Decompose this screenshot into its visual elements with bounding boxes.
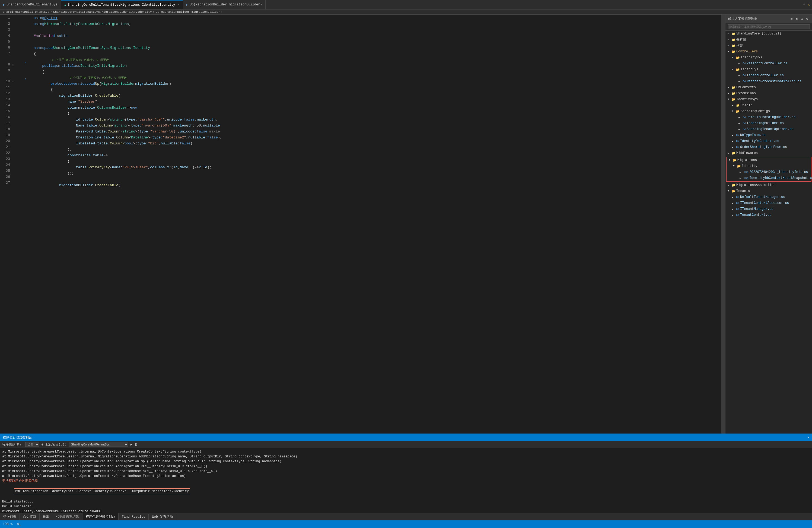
tree-label: IdentityDbContext.cs xyxy=(740,139,779,143)
tree-label: IdentitySys xyxy=(736,98,758,101)
tree-controllers[interactable]: ▼ 📂 Controllers xyxy=(725,48,812,55)
solution-explorer: 解决方案资源管理器 ⇄ ↻ ⊟ ⚙ ▶ 📁 ShardingCore (6.6.… xyxy=(725,15,812,433)
tree-dbtypeenum[interactable]: ▶ C# DbTypeEnum.cs xyxy=(725,132,812,138)
cs-icon: C# xyxy=(736,134,739,137)
tree-label: TenantContext.cs xyxy=(740,213,771,217)
tree-sharding-core[interactable]: ▶ 📁 ShardingCore (6.6.0.21) xyxy=(725,31,812,37)
panel-close-icon[interactable]: × xyxy=(807,436,809,440)
tree-default-sharding[interactable]: ▶ C# DefaultShardingBuilder.cs xyxy=(725,114,812,120)
tree-label: ITenantManager.cs xyxy=(740,207,773,211)
expand-icon: ▼ xyxy=(732,110,735,113)
cs-icon: C# xyxy=(742,80,746,83)
zoom-icon[interactable]: 🔍 xyxy=(17,523,20,526)
code-lines: using System; using Microsoft.EntityFram… xyxy=(31,15,721,433)
tree-middlewares[interactable]: ▶ 📁 Middlewares xyxy=(725,150,812,156)
code-content: 1 2 3 4 5 6 7 8□ 9 10□ 11 12 13 14 15 16… xyxy=(0,15,725,433)
tree-framework[interactable]: ▶ 📁 框架 xyxy=(725,43,812,48)
tree-migrations[interactable]: ▼ 📂 Migrations xyxy=(727,157,811,163)
solution-search-input[interactable] xyxy=(728,25,810,29)
new-tab-button[interactable]: + xyxy=(803,2,806,7)
expand-icon: ▶ xyxy=(732,196,735,199)
tree-tenants[interactable]: ▼ 📂 Tenants xyxy=(725,188,812,194)
tree-identitysys[interactable]: ▼ 📂 IdentitySys xyxy=(725,96,812,102)
tree-domain[interactable]: ▶ 📁 Domain xyxy=(725,102,812,108)
tree-weather-ctrl[interactable]: ▶ C# WeatherForecastController.cs xyxy=(725,79,812,84)
tree-migrations-assemblies[interactable]: ▶ 📁 MigrationsAssemblies xyxy=(725,182,812,188)
settings-button[interactable]: ⚙ xyxy=(805,16,809,22)
tab-error-list[interactable]: 错误列表 xyxy=(0,513,20,520)
tab-identity[interactable]: ◆ ShardingCoreMultiTenantSys.Migrations.… xyxy=(61,0,183,9)
tree-tenant-ctx[interactable]: ▶ C# TenantContext.cs xyxy=(725,212,812,218)
tree-identity-snapshot[interactable]: ▶ +C# IdentityDbContextModelSnapshot.cs xyxy=(727,175,811,181)
tab-coverage[interactable]: 代码覆盖率结果 xyxy=(53,513,83,520)
run-icon[interactable]: ▶ xyxy=(130,442,132,446)
clear-icon[interactable]: 🗑 xyxy=(134,442,138,446)
folder-open-icon: 📂 xyxy=(732,98,736,101)
tree-itenant-mgr[interactable]: ▶ C# ITenantManager.cs xyxy=(725,206,812,212)
tab-web-publish[interactable]: Web 发布活动 xyxy=(149,513,176,520)
tree-label: IShardingBuilder.cs xyxy=(746,122,784,125)
tree-itenant-accessor[interactable]: ▶ C# ITenantContextAccessor.cs xyxy=(725,200,812,206)
tab-project[interactable]: ▶ ShardingCoreMultiTenantSys xyxy=(0,0,61,9)
pkg-source-select[interactable]: 全部 xyxy=(25,442,39,447)
tree-extensions[interactable]: ▶ 📁 Extensions xyxy=(725,90,812,96)
default-project-select[interactable]: ShardingCoreMultiTenantSys xyxy=(69,442,128,447)
tree-tenant-ctrl[interactable]: ▶ C# TenantController.cs xyxy=(725,72,812,79)
tab-close-icon[interactable]: × xyxy=(178,3,179,6)
tree-identity-init[interactable]: ▶ +C# 20220724042931_IdentityInit.cs xyxy=(727,169,811,175)
tree-label: IdentityDbContextModelSnapshot.cs xyxy=(749,176,812,180)
tab-cmd-window[interactable]: 命令窗口 xyxy=(20,513,40,520)
sync-button[interactable]: ⇄ xyxy=(789,16,794,22)
tree-label: Identity xyxy=(742,164,757,168)
tab-pkg-mgr-console[interactable]: 程序包管理器控制台 xyxy=(83,513,118,520)
tree-identitysys-ctrl[interactable]: ▼ 📂 IdentitySys xyxy=(725,55,812,60)
tree-tenantsys-ctrl[interactable]: ▼ 📂 TenantSys xyxy=(725,67,812,72)
tree-sharding-tenant-opts[interactable]: ▶ C# ShardingTenantOptions.cs xyxy=(725,126,812,132)
collapse-10[interactable]: □ xyxy=(12,80,14,83)
tree-label: DefaultTenantManager.cs xyxy=(740,195,785,199)
tab-output[interactable]: 输出 xyxy=(40,513,53,520)
expand-icon: ▶ xyxy=(739,62,742,65)
tree-label: DefaultShardingBuilder.cs xyxy=(746,115,795,119)
collapse-all-button[interactable]: ⊟ xyxy=(800,16,804,22)
settings-icon[interactable]: ⚙ xyxy=(42,442,43,446)
folder-open-icon: 📂 xyxy=(736,56,740,59)
tree-label: TenantSys xyxy=(741,68,758,71)
tree-label: ShardingCore (6.6.0.21) xyxy=(736,32,781,35)
cs-icon: C# xyxy=(736,208,739,211)
terminal-output[interactable]: at Microsoft.EntityFrameworkCore.Design.… xyxy=(0,448,812,513)
expand-icon: ▼ xyxy=(728,98,731,101)
tab-find-results[interactable]: Find Results xyxy=(118,514,149,520)
refresh-button[interactable]: ↻ xyxy=(795,16,799,22)
code-scrollbar[interactable] xyxy=(721,15,725,433)
expand-icon: ▶ xyxy=(732,104,735,107)
tree-default-tenant-mgr[interactable]: ▶ C# DefaultTenantManager.cs xyxy=(725,194,812,200)
folder-open-icon: 📂 xyxy=(732,50,736,54)
cs-icon: +C# xyxy=(744,177,749,180)
tree-identitydbctx[interactable]: ▶ C# IdentityDbContext.cs xyxy=(725,138,812,144)
expand-icon: ▶ xyxy=(732,202,735,205)
tree-analyzer[interactable]: ▶ 📁 分析器 xyxy=(725,37,812,43)
tree-label: ShardingTenantOptions.cs xyxy=(746,127,794,131)
folder-icon: 📁 xyxy=(732,44,736,47)
tab-method[interactable]: ▶ Up(MigrationBuilder migrationBuilder) xyxy=(183,0,265,9)
tree-ordersharding[interactable]: ▶ C# OrderShardingTypeEnum.cs xyxy=(725,144,812,150)
expand-icon: ▼ xyxy=(732,56,735,59)
collapse-8[interactable]: □ xyxy=(12,63,14,66)
terminal-cmd-line: PM> Add-Migration IdentityInit -Context … xyxy=(2,484,810,499)
expand-icon: ▶ xyxy=(728,44,731,47)
terminal-line: at Microsoft.EntityFrameworkCore.Design.… xyxy=(2,459,810,464)
tree-label: MigrationsAssemblies xyxy=(736,183,775,187)
tree-label: ITenantContextAccessor.cs xyxy=(740,201,789,205)
tree-dbcontexts[interactable]: ▶ 📁 DbContexts xyxy=(725,84,812,90)
tree-passport-ctrl[interactable]: ▶ C# PassportController.cs xyxy=(725,60,812,67)
tree-isharding[interactable]: ▶ C# IShardingBuilder.cs xyxy=(725,120,812,126)
cs-icon: C# xyxy=(742,122,746,125)
cs-icon: +C# xyxy=(744,171,749,174)
warning-icon: ⚠ xyxy=(808,2,810,7)
tree-label: 分析器 xyxy=(736,38,746,42)
tree-migrations-identity[interactable]: ▼ 📂 Identity xyxy=(727,163,811,169)
tree-shardingconfigs[interactable]: ▼ 📂 ShardingConfigs xyxy=(725,108,812,114)
folder-open-icon: 📂 xyxy=(733,158,737,162)
tree-label: Controllers xyxy=(736,50,758,54)
